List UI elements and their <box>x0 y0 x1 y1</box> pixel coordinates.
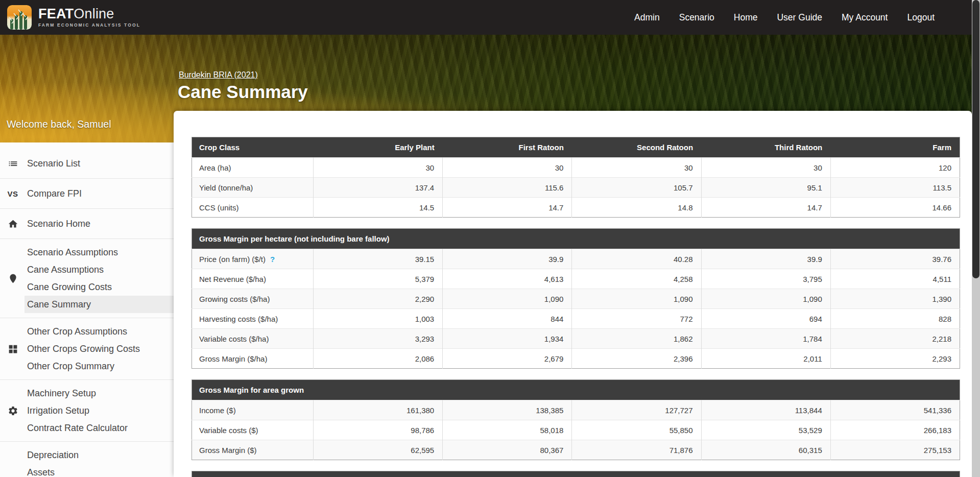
cell-value: 30 <box>701 158 830 178</box>
sidebar-item-other-crop-assumptions[interactable]: Other Crop Assumptions <box>25 323 174 340</box>
cell-value: 2,086 <box>314 349 443 369</box>
cell-value: 14.66 <box>830 198 960 218</box>
nav-link-user-guide[interactable]: User Guide <box>767 12 832 23</box>
row-label: Net Revenue ($/ha) <box>192 269 314 289</box>
nav-link-home[interactable]: Home <box>724 12 768 23</box>
row-label: Variable costs ($) <box>192 420 314 440</box>
sidebar-nav: Scenario ListVSCompare FPIScenario HomeS… <box>0 142 174 477</box>
cell-value: 266,183 <box>830 420 960 440</box>
cell-value: 1,862 <box>572 329 701 349</box>
cell-value: 113,844 <box>701 400 830 420</box>
sidebar-item-machinery-setup[interactable]: Machinery Setup <box>25 385 174 402</box>
cell-value: 1,003 <box>314 309 443 329</box>
brand-name-light: Online <box>74 6 114 21</box>
summary-table: Gross Margin for area grownIncome ($)161… <box>192 379 960 460</box>
sidebar-item-cane-summary[interactable]: Cane Summary <box>25 296 174 313</box>
table-header-row: Crop ClassEarly PlantFirst RatoonSecond … <box>192 137 960 158</box>
column-header-first-ratoon: First Ratoon <box>443 137 572 158</box>
scrollbar-thumb[interactable] <box>972 0 979 278</box>
row-label: Price (on farm) ($/t)? <box>192 249 314 269</box>
table-row: Gross Margin ($)62,59580,36771,87660,315… <box>192 440 960 460</box>
help-icon[interactable]: ? <box>270 255 275 264</box>
brand[interactable]: FEATOnline FARM ECONOMIC ANALYSIS TOOL <box>7 5 140 30</box>
row-label: Gross Margin ($) <box>192 440 314 460</box>
row-label: Growing costs ($/ha) <box>192 289 314 309</box>
table-row: Area (ha)30303030120 <box>192 158 960 178</box>
sidebar-item-cane-assumptions[interactable]: Cane Assumptions <box>25 261 174 278</box>
nav-links: AdminScenarioHomeUser GuideMy AccountLog… <box>625 12 980 23</box>
cell-value: 30 <box>443 158 572 178</box>
page-scrollbar[interactable] <box>972 0 980 477</box>
cell-value: 2,011 <box>701 349 830 369</box>
cell-value: 2,396 <box>572 349 701 369</box>
cell-value: 275,153 <box>830 440 960 460</box>
cell-value: 71,876 <box>572 440 701 460</box>
table-row: Harvesting costs ($/ha)1,003844772694828 <box>192 309 960 329</box>
cell-value: 1,390 <box>830 289 960 309</box>
nav-link-logout[interactable]: Logout <box>897 12 944 23</box>
table-row: Income ($)161,380138,385127,727113,84454… <box>192 400 960 420</box>
cell-value: 3,293 <box>314 329 443 349</box>
cell-value: 14.7 <box>701 198 830 218</box>
home-icon <box>6 218 20 230</box>
cell-value: 62,595 <box>314 440 443 460</box>
sidebar-group: $DepreciationAssetsFixed CostsOther Inco… <box>0 442 174 477</box>
sidebar-item-scenario-home[interactable]: Scenario Home <box>25 213 174 234</box>
row-label: Income ($) <box>192 400 314 420</box>
sidebar-item-cane-growing-costs[interactable]: Cane Growing Costs <box>25 278 174 296</box>
summary-table: Gross Margin per hectare (not including … <box>192 228 960 369</box>
nav-link-my-account[interactable]: My Account <box>832 12 897 23</box>
brand-name-bold: FEAT <box>38 6 74 21</box>
cell-value: 14.5 <box>314 198 443 218</box>
row-label: Variable costs ($/ha) <box>192 329 314 349</box>
cell-value: 3,795 <box>701 269 830 289</box>
table-row: Gross Margin ($/ha)2,0862,6792,3962,0112… <box>192 349 960 369</box>
cell-value: 120 <box>830 158 960 178</box>
brand-text: FEATOnline FARM ECONOMIC ANALYSIS TOOL <box>38 7 140 28</box>
cell-value: 53,529 <box>701 420 830 440</box>
cell-value: 60,315 <box>701 440 830 460</box>
sidebar-item-compare-fpi[interactable]: Compare FPI <box>25 183 174 204</box>
table-header-row: Gross Margin per hectare (not including … <box>192 229 960 249</box>
cell-value: 113.5 <box>830 178 960 198</box>
cell-value: 115.6 <box>443 178 572 198</box>
sidebar-item-other-crops-growing-costs[interactable]: Other Crops Growing Costs <box>25 340 174 357</box>
sidebar-item-other-crop-summary[interactable]: Other Crop Summary <box>25 357 174 375</box>
sidebar-item-scenario-assumptions[interactable]: Scenario Assumptions <box>25 244 174 261</box>
cell-value: 39.9 <box>443 249 572 269</box>
pin-icon <box>6 272 20 284</box>
row-label: Yield (tonne/ha) <box>192 178 314 198</box>
cell-value: 14.8 <box>572 198 701 218</box>
sidebar-item-contract-rate-calculator[interactable]: Contract Rate Calculator <box>25 419 174 437</box>
cell-value: 4,613 <box>443 269 572 289</box>
sidebar-item-irrigation-setup[interactable]: Irrigation Setup <box>25 402 174 419</box>
table-row: Variable costs ($/ha)3,2931,9341,8621,78… <box>192 329 960 349</box>
table-row: Net Revenue ($/ha)5,3794,6134,2583,7954,… <box>192 269 960 289</box>
cell-value: 58,018 <box>443 420 572 440</box>
table-title: Gross Margin per hectare (not including … <box>192 229 960 249</box>
grid-icon <box>6 343 20 355</box>
sidebar-item-depreciation[interactable]: Depreciation <box>25 446 174 464</box>
sidebar-group: VSCompare FPI <box>0 179 174 209</box>
cell-value: 4,511 <box>830 269 960 289</box>
cell-value: 2,218 <box>830 329 960 349</box>
column-header: Crop Class <box>192 137 314 158</box>
sidebar-item-scenario-list[interactable]: Scenario List <box>25 153 174 174</box>
sidebar-group: Scenario Home <box>0 209 174 239</box>
cell-value: 2,293 <box>830 349 960 369</box>
list-icon <box>6 157 20 170</box>
summary-table: Crop ClassEarly PlantFirst RatoonSecond … <box>192 137 960 218</box>
cell-value: 39.9 <box>701 249 830 269</box>
brand-tagline: FARM ECONOMIC ANALYSIS TOOL <box>38 23 140 28</box>
cell-value: 98,786 <box>314 420 443 440</box>
table-title: Gross Margin for area grown <box>192 380 960 400</box>
welcome-text: Welcome back, Samuel <box>7 118 111 130</box>
cell-value: 1,784 <box>701 329 830 349</box>
sidebar-item-assets[interactable]: Assets <box>25 464 174 477</box>
cell-value: 2,290 <box>314 289 443 309</box>
sidebar-group: Other Crop AssumptionsOther Crops Growin… <box>0 318 174 380</box>
breadcrumb-link[interactable]: Burdekin BRIA (2021) <box>179 70 258 80</box>
cell-value: 40.28 <box>572 249 701 269</box>
nav-link-scenario[interactable]: Scenario <box>670 12 724 23</box>
nav-link-admin[interactable]: Admin <box>625 12 670 23</box>
